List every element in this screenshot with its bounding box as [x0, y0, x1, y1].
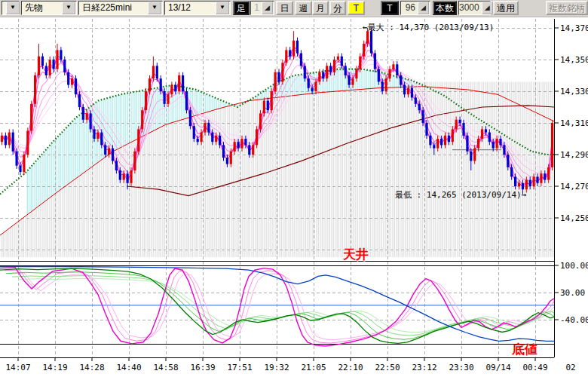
svg-text:23:12: 23:12 — [412, 363, 436, 372]
svg-text:30.00: 30.00 — [560, 288, 585, 298]
svg-text:14:40: 14:40 — [116, 363, 141, 372]
svg-text:17:51: 17:51 — [227, 363, 252, 372]
scale-combo[interactable]: ▼ — [2, 1, 20, 15]
contract-month-combo[interactable]: 13/12 ▼ — [164, 1, 231, 15]
multi-symbol-button[interactable]: 複数銘柄 — [546, 1, 588, 15]
price-chart-area[interactable]: 14,37014,35014,33014,31014,29014,27014,2… — [0, 0, 588, 377]
svg-text:14:28: 14:28 — [79, 363, 104, 372]
svg-text:16:39: 16:39 — [190, 363, 215, 372]
monthly-button[interactable]: 月 — [312, 1, 329, 15]
oscillator-slow-blue — [0, 267, 554, 342]
chevron-down-icon[interactable]: ▼ — [216, 2, 229, 14]
bar-count-input-value: 3000 — [459, 2, 481, 14]
chevron-down-icon[interactable]: ▼ — [6, 2, 20, 14]
chevron-down-icon[interactable]: ▼ — [62, 2, 75, 14]
svg-text:09/14: 09/14 — [485, 363, 510, 372]
tick-count-button[interactable]: T — [381, 1, 399, 15]
svg-text:00:49: 00:49 — [522, 363, 547, 372]
bar-count-input[interactable]: 3000 ◢ — [458, 1, 491, 15]
min-price-annotation: 最低 : 14,265 (2013/09/14)→ — [395, 189, 526, 201]
svg-text:21:05: 21:05 — [301, 363, 326, 372]
svg-text:23:30: 23:30 — [449, 363, 473, 372]
svg-text:14,290: 14,290 — [560, 150, 588, 160]
ceiling-label: 天井 — [343, 246, 369, 263]
tick-count-input[interactable]: 96 ◢ — [400, 1, 430, 15]
svg-text:22:50: 22:50 — [375, 363, 400, 372]
market-combo-value: 先物 — [22, 2, 61, 14]
interval-input[interactable]: 1 ◢ — [250, 1, 274, 15]
max-price-annotation: ←最大 : 14,370 (2013/09/13) — [363, 22, 494, 33]
bar-type-button[interactable]: 足 — [233, 1, 250, 15]
interval-input-value: 1 — [251, 2, 261, 14]
minute-button[interactable]: 分 — [329, 1, 346, 15]
tick-count-input-value: 96 — [401, 2, 417, 14]
bar-count-button[interactable]: 本数 — [433, 1, 457, 15]
svg-text:14:07: 14:07 — [5, 363, 30, 372]
oscillator-fast-magenta-companion — [5, 270, 554, 343]
svg-text:02: 02 — [565, 363, 575, 372]
svg-text:14,370: 14,370 — [560, 23, 588, 33]
contract-month-combo-value: 13/12 — [165, 2, 215, 14]
toolbar: ▼ 先物 ▼ 日経225mini ▼ 13/12 ▼ 足 1 ◢ 日 週 月 分… — [0, 0, 588, 17]
symbol-combo[interactable]: 日経225mini ▼ — [78, 1, 163, 15]
tick-button[interactable]: T — [348, 1, 365, 15]
svg-text:14,270: 14,270 — [560, 182, 588, 192]
svg-text:14,350: 14,350 — [560, 55, 588, 65]
svg-text:-40.00: -40.00 — [560, 315, 588, 325]
daily-button[interactable]: 日 — [276, 1, 293, 15]
svg-text:14,310: 14,310 — [560, 118, 588, 128]
svg-text:19:32: 19:32 — [264, 363, 289, 372]
svg-text:22:10: 22:10 — [338, 363, 363, 372]
apply-button[interactable]: 適用 — [493, 1, 519, 15]
svg-text:14:19: 14:19 — [42, 363, 67, 372]
market-combo[interactable]: 先物 ▼ — [21, 1, 77, 15]
svg-text:100.00: 100.00 — [560, 261, 588, 271]
floor-label: 底値 — [512, 341, 537, 358]
svg-text:14,250: 14,250 — [560, 213, 588, 223]
spinner-icon[interactable]: ◢ — [262, 2, 273, 14]
svg-text:14:58: 14:58 — [153, 363, 178, 372]
symbol-combo-value: 日経225mini — [79, 2, 147, 14]
weekly-button[interactable]: 週 — [295, 1, 312, 15]
spinner-icon[interactable]: ◢ — [418, 2, 429, 14]
svg-text:14,330: 14,330 — [560, 87, 588, 97]
price-chart-svg[interactable]: 14,37014,35014,33014,31014,29014,27014,2… — [0, 0, 588, 377]
spinner-icon[interactable]: ◢ — [482, 2, 493, 14]
chevron-down-icon[interactable]: ▼ — [148, 2, 161, 14]
